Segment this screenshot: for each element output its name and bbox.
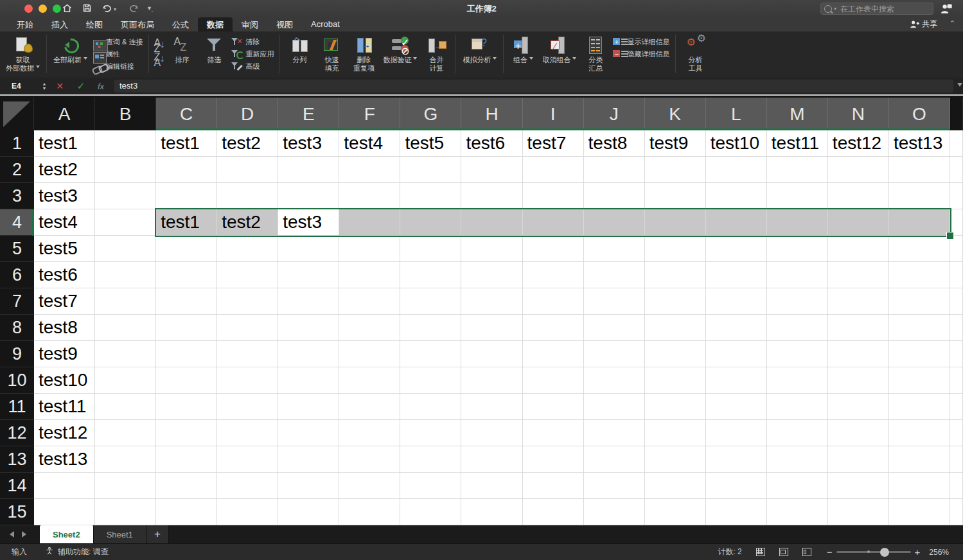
cell-I15[interactable] [523,499,584,525]
cell-G3[interactable] [400,183,461,209]
cell-G10[interactable] [400,367,461,394]
cell-E11[interactable] [278,394,339,420]
cell-E2[interactable] [278,157,339,183]
ribbon-tab-开始[interactable]: 开始 [8,17,42,31]
cell-M7[interactable] [767,288,828,315]
cell-H10[interactable] [461,367,522,394]
row-header-15[interactable]: 15 [0,499,34,525]
cell-B13[interactable] [95,446,156,473]
cell-F3[interactable] [339,183,400,209]
cell-I6[interactable] [523,262,584,288]
cell-B14[interactable] [95,473,156,499]
cell-H7[interactable] [461,288,522,315]
cell-partial-9[interactable] [950,341,963,367]
cell-M15[interactable] [767,499,828,525]
cell-D10[interactable] [217,367,278,394]
cell-J10[interactable] [584,367,645,394]
cell-G5[interactable] [400,236,461,262]
cell-A4[interactable]: test4 [34,209,95,236]
cell-L4[interactable] [706,209,767,236]
properties-button[interactable]: 属性 [92,49,143,59]
cell-A9[interactable]: test9 [34,341,95,367]
cell-N10[interactable] [828,367,889,394]
zoom-in-icon[interactable]: + [915,547,921,557]
cell-A11[interactable]: test11 [34,394,95,420]
cell-I4[interactable] [523,209,584,236]
cell-I3[interactable] [523,183,584,209]
ribbon-tab-视图[interactable]: 视图 [267,17,302,31]
cell-H14[interactable] [461,473,522,499]
cell-O6[interactable] [889,262,950,288]
cell-B1[interactable] [95,130,156,157]
normal-view-icon[interactable] [756,548,765,556]
cell-J1[interactable]: test8 [584,130,645,157]
cell-D13[interactable] [217,446,278,473]
cell-E13[interactable] [278,446,339,473]
cell-N11[interactable] [828,394,889,420]
cell-K9[interactable] [645,341,706,367]
cell-A5[interactable]: test5 [34,236,95,262]
advanced-filter-button[interactable]: 高级 [231,61,274,71]
cell-N6[interactable] [828,262,889,288]
flash-fill-button[interactable]: 快速 填充 [315,34,348,73]
row-header-11[interactable]: 11 [0,394,34,420]
cell-H3[interactable] [461,183,522,209]
cell-J15[interactable] [584,499,645,525]
column-header-F[interactable]: F [339,98,400,130]
cell-O1[interactable]: test13 [889,130,950,157]
row-header-7[interactable]: 7 [0,288,34,315]
cell-K4[interactable] [645,209,706,236]
cell-L9[interactable] [706,341,767,367]
cell-J8[interactable] [584,315,645,341]
cell-A7[interactable]: test7 [34,288,95,315]
cell-K7[interactable] [645,288,706,315]
cell-K8[interactable] [645,315,706,341]
row-header-6[interactable]: 6 [0,262,34,288]
cell-C15[interactable] [156,499,217,525]
cell-L6[interactable] [706,262,767,288]
sheet-tab-Sheet1[interactable]: Sheet1 [94,525,146,543]
cell-C4[interactable]: test1 [156,209,217,236]
cell-C8[interactable] [156,315,217,341]
cell-partial-1[interactable] [950,130,963,157]
cell-D11[interactable] [217,394,278,420]
cell-G15[interactable] [400,499,461,525]
cell-H6[interactable] [461,262,522,288]
sort-button[interactable]: AZ排序 [166,34,198,65]
cell-J7[interactable] [584,288,645,315]
cell-I11[interactable] [523,394,584,420]
cell-G6[interactable] [400,262,461,288]
cell-O13[interactable] [889,446,950,473]
column-header-G[interactable]: G [400,98,461,130]
cell-H15[interactable] [461,499,522,525]
cell-partial-15[interactable] [950,499,963,525]
cell-F7[interactable] [339,288,400,315]
cell-F2[interactable] [339,157,400,183]
cell-E3[interactable] [278,183,339,209]
cell-G8[interactable] [400,315,461,341]
cell-N5[interactable] [828,236,889,262]
cell-H8[interactable] [461,315,522,341]
sheet-nav-right-icon[interactable] [22,531,30,538]
cell-M4[interactable] [767,209,828,236]
remove-duplicates-button[interactable]: →删除 重复项 [348,34,380,73]
column-header-E[interactable]: E [278,98,339,130]
cell-K10[interactable] [645,367,706,394]
cell-M13[interactable] [767,446,828,473]
zoom-slider[interactable] [836,551,911,553]
cell-I14[interactable] [523,473,584,499]
clear-filter-button[interactable]: ✕清除 [231,37,274,47]
cell-K3[interactable] [645,183,706,209]
cell-F13[interactable] [339,446,400,473]
column-header-N[interactable]: N [828,98,889,130]
ribbon-tab-插入[interactable]: 插入 [42,17,77,31]
cell-J6[interactable] [584,262,645,288]
cell-K12[interactable] [645,420,706,446]
ribbon-tab-绘图[interactable]: 绘图 [77,17,112,31]
ribbon-tab-数据[interactable]: 数据 [198,17,233,31]
cell-E10[interactable] [278,367,339,394]
share-button[interactable]: 共享 [910,19,937,30]
cell-O9[interactable] [889,341,950,367]
cell-M11[interactable] [767,394,828,420]
cell-C13[interactable] [156,446,217,473]
